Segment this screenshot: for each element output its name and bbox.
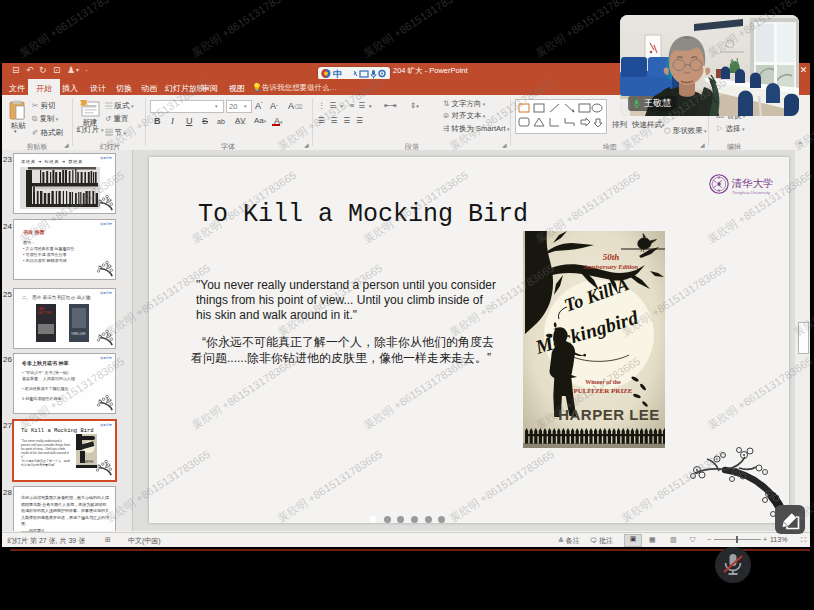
svg-text:清华大学: 清华大学 xyxy=(732,178,774,189)
svg-text:中: 中 xyxy=(333,69,342,79)
svg-text:HARPER LEE: HARPER LEE xyxy=(558,406,660,423)
svg-text:Tsinghua University: Tsinghua University xyxy=(732,190,771,195)
svg-text:PULITZER PRIZE: PULITZER PRIZE xyxy=(574,387,633,395)
svg-text:Winner of the: Winner of the xyxy=(585,379,621,385)
svg-text:Anniversary Edition: Anniversary Edition xyxy=(583,263,639,270)
svg-text:50th: 50th xyxy=(603,252,620,262)
